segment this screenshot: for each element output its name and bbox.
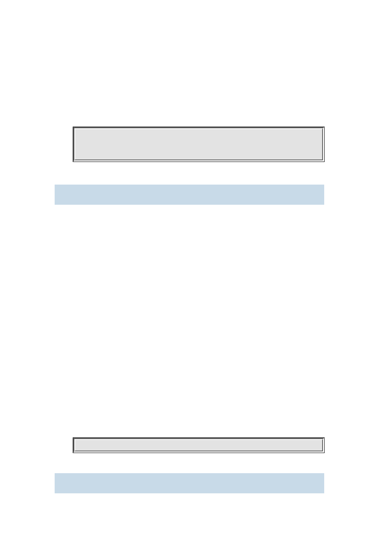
embossed-box-2 xyxy=(73,438,324,453)
band-2 xyxy=(55,473,324,493)
embossed-box-1 xyxy=(73,127,324,162)
embossed-inner-2 xyxy=(74,439,323,451)
embossed-inner-1 xyxy=(74,128,323,160)
band-1 xyxy=(55,185,324,205)
